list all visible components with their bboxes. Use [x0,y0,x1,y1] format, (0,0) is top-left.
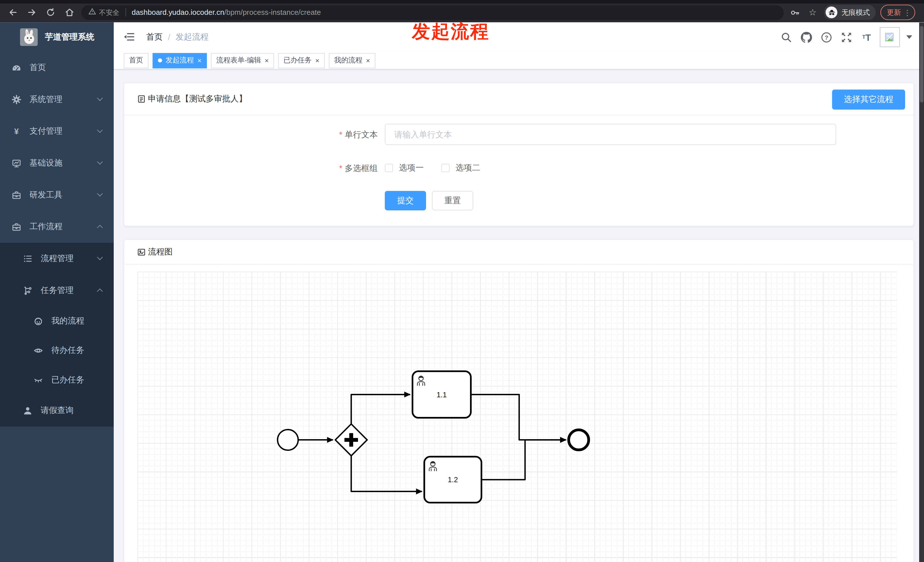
bpmn-edge-gateway-task2 [351,456,422,491]
url-bar[interactable]: 不安全 dashboard.yudao.iocoder.cn/bpm/proce… [81,5,784,20]
font-size-icon[interactable]: TT [861,31,872,43]
reset-button[interactable]: 重置 [432,191,473,210]
browser-update-button[interactable]: 更新 ⋮ [880,5,915,20]
tab-done-tasks[interactable]: 已办任务 × [278,53,325,68]
avatar-dropdown-caret[interactable] [906,35,912,39]
checkbox-option-1[interactable]: 选项一 [385,163,423,173]
bookmark-star-icon[interactable]: ☆ [806,6,819,19]
sidebar-item-system[interactable]: 系统管理 [0,84,114,116]
page-scrollbar[interactable] [919,22,924,562]
active-dot [158,58,162,62]
not-secure-label: 不安全 [99,8,119,17]
github-icon[interactable] [801,31,812,43]
single-line-text-input[interactable] [385,124,836,145]
bpmn-user-task-1-1[interactable]: 1.1 [412,371,471,418]
tab-label: 流程表单-编辑 [216,55,261,65]
robot-face-icon [34,316,43,326]
checkbox-icon[interactable] [441,164,450,172]
sidebar-item-process-mgmt[interactable]: 流程管理 [0,243,114,275]
bpmn-edge-gateway-task1 [351,394,410,424]
tab-my-process[interactable]: 我的流程 × [329,53,375,68]
bpmn-user-task-1-2[interactable]: 1.2 [424,457,482,502]
toolbox-icon [12,190,21,200]
url-host: dashboard.yudao.iocoder.cn [132,8,224,16]
close-icon[interactable]: × [264,57,269,64]
browser-tabstrip [0,0,924,3]
close-icon[interactable]: × [315,57,320,64]
sidebar-item-label: 首页 [29,62,46,73]
browser-menu-icon[interactable]: ⋮ [903,8,911,17]
sidebar-item-label: 请假查询 [41,406,74,416]
bpmn-parallel-gateway[interactable] [335,424,367,456]
breadcrumb-home[interactable]: 首页 [146,32,163,42]
sidebar-item-my-process[interactable]: 我的流程 [0,306,114,336]
breadcrumb: 首页 / 发起流程 [146,22,208,52]
browser-reload-button[interactable] [44,5,58,19]
sidebar-item-label: 任务管理 [41,285,74,296]
tab-label: 首页 [129,55,143,65]
checkbox-label: 选项一 [399,163,424,173]
eye-closed-icon [34,375,43,385]
sidebar-item-home[interactable]: 首页 [0,52,114,84]
checkbox-option-2[interactable]: 选项二 [441,163,480,173]
avatar[interactable] [880,27,900,47]
help-icon[interactable]: ? [821,31,832,43]
gear-icon [12,95,21,104]
sidebar-item-label: 系统管理 [29,94,62,105]
incognito-label: 无痕模式 [842,7,870,17]
browser-chrome: 不安全 dashboard.yudao.iocoder.cn/bpm/proce… [0,0,924,22]
tab-start-process[interactable]: 发起流程 × [153,53,207,68]
sidebar-item-label: 我的流程 [51,316,84,326]
search-icon[interactable] [781,31,792,43]
briefcase-icon [12,222,21,231]
chevron-down-icon [97,159,103,165]
bpmn-task-label: 1.2 [448,476,458,484]
card-title: 申请信息【测试多审批人】 [148,94,247,104]
flow-tree-icon [23,286,33,295]
sidebar-item-infra[interactable]: 基础设施 [0,147,114,179]
sidebar-item-label: 支付管理 [29,126,62,136]
tab-home[interactable]: 首页 [124,53,148,68]
tab-form-edit[interactable]: 流程表单-编辑 × [211,53,274,68]
bpmn-end-event[interactable] [568,430,588,450]
browser-forward-button[interactable] [25,5,39,19]
chevron-down-icon [97,127,103,133]
bpmn-canvas[interactable]: 1.1 [137,271,897,562]
sidebar-item-workflow[interactable]: 工作流程 [0,211,114,243]
image-icon [137,248,146,256]
tab-label: 我的流程 [334,55,362,65]
sidebar-item-devtools[interactable]: 研发工具 [0,179,114,211]
browser-home-button[interactable] [62,5,76,19]
not-secure-icon [88,7,96,18]
sidebar-item-task-mgmt[interactable]: 任务管理 [0,275,114,307]
browser-back-button[interactable] [6,5,20,19]
sidebar-item-payment[interactable]: ¥ 支付管理 [0,115,114,147]
sidebar-fold-icon[interactable] [124,33,134,41]
password-key-icon[interactable] [788,6,801,19]
submit-button[interactable]: 提交 [385,191,426,210]
sidebar-item-todo-tasks[interactable]: 待办任务 [0,336,114,366]
bpmn-start-event[interactable] [278,430,298,450]
chevron-down-icon [97,254,103,260]
required-mark: * [339,130,342,139]
sidebar-item-leave-query[interactable]: 请假查询 [0,395,114,427]
svg-text:?: ? [825,34,828,40]
monitor-icon [12,159,21,168]
close-icon[interactable]: × [366,57,370,64]
breadcrumb-current: 发起流程 [176,32,208,42]
close-icon[interactable]: × [198,57,202,64]
checkbox-icon[interactable] [385,164,393,172]
sidebar-item-label: 工作流程 [29,222,62,232]
update-label: 更新 [887,7,901,17]
app-logo[interactable]: 芋道管理系统 [0,22,114,52]
chevron-down-icon [97,191,103,196]
eye-icon [34,346,43,355]
sidebar-item-label: 研发工具 [29,190,62,200]
sidebar-item-done-tasks[interactable]: 已办任务 [0,366,114,395]
choose-other-process-button[interactable]: 选择其它流程 [832,90,905,109]
scrollbar-thumb[interactable] [920,26,923,103]
incognito-icon [826,6,837,18]
fullscreen-icon[interactable] [841,31,852,43]
dashboard-icon [12,63,21,72]
chevron-up-icon [97,225,103,231]
